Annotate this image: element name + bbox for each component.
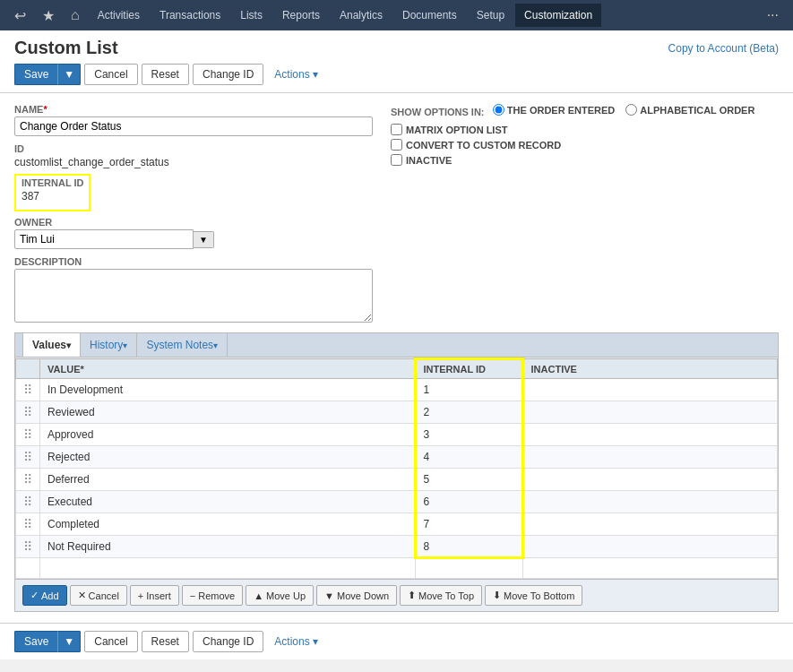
bottom-save-button[interactable]: Save bbox=[14, 631, 57, 652]
value-cell: Rejected bbox=[40, 446, 416, 469]
owner-dropdown-button[interactable]: ▼ bbox=[194, 231, 214, 248]
owner-wrapper: Tim Lui ▼ bbox=[14, 229, 373, 249]
star-icon[interactable]: ★ bbox=[35, 4, 62, 28]
bottom-reset-button[interactable]: Reset bbox=[142, 631, 189, 652]
bottom-save-split: Save ▼ bbox=[14, 631, 81, 652]
internal-id-box: INTERNAL ID 387 bbox=[14, 174, 91, 211]
bottom-change-id-button[interactable]: Change ID bbox=[193, 631, 263, 652]
drag-handle-icon[interactable]: ⠿ bbox=[23, 427, 32, 442]
move-to-top-button[interactable]: ⬆ Move To Top bbox=[400, 585, 482, 606]
checkbox-matrix[interactable]: MATRIX OPTION LIST bbox=[391, 124, 779, 135]
table-row: ⠿ Executed 6 bbox=[16, 491, 778, 513]
down-icon: ▼ bbox=[324, 590, 334, 601]
back-icon[interactable]: ↩ bbox=[7, 4, 33, 28]
tab-history[interactable]: History▾ bbox=[81, 333, 137, 357]
drag-handle-icon[interactable]: ⠿ bbox=[23, 383, 32, 397]
table-row: ⠿ Deferred 5 bbox=[16, 469, 778, 491]
insert-button[interactable]: + Insert bbox=[130, 585, 179, 606]
remove-icon: − bbox=[190, 590, 195, 601]
table-cancel-button[interactable]: ✕ Cancel bbox=[70, 585, 127, 606]
owner-label: OWNER bbox=[14, 217, 373, 228]
nav-reports[interactable]: Reports bbox=[273, 4, 329, 27]
bottom-cancel-button[interactable]: Cancel bbox=[84, 631, 137, 652]
bottom-actions-button[interactable]: Actions ▾ bbox=[267, 632, 325, 651]
move-up-button[interactable]: ▲ Move Up bbox=[246, 585, 314, 606]
table-row: ⠿ Completed 7 bbox=[16, 513, 778, 536]
drag-handle-cell: ⠿ bbox=[16, 379, 40, 401]
internal-id-cell: 6 bbox=[415, 491, 522, 513]
description-label: DESCRIPTION bbox=[14, 256, 373, 267]
radio-group: THE ORDER ENTERED ALPHABETICAL ORDER bbox=[493, 104, 755, 116]
insert-icon: + bbox=[138, 590, 143, 601]
plus-icon: ✓ bbox=[30, 590, 39, 601]
drag-handle-icon[interactable]: ⠿ bbox=[23, 495, 32, 509]
internal-id-cell: 7 bbox=[415, 513, 522, 536]
form-left: NAME* ID customlist_change_order_status … bbox=[14, 104, 373, 325]
drag-handle-icon[interactable]: ⠿ bbox=[23, 539, 32, 554]
remove-button[interactable]: − Remove bbox=[182, 585, 243, 606]
nav-transactions[interactable]: Transactions bbox=[151, 4, 229, 27]
x-icon: ✕ bbox=[78, 590, 86, 601]
change-id-button[interactable]: Change ID bbox=[193, 64, 263, 85]
nav-more-icon[interactable]: ··· bbox=[760, 4, 786, 27]
drag-handle-cell: ⠿ bbox=[16, 469, 40, 491]
empty-row bbox=[16, 558, 778, 579]
add-button[interactable]: ✓ Add bbox=[22, 585, 67, 606]
drag-handle-icon[interactable]: ⠿ bbox=[23, 517, 32, 531]
table-body: ⠿ In Development 1 ⠿ Reviewed 2 ⠿ Approv… bbox=[16, 379, 778, 579]
tab-system-notes[interactable]: System Notes▾ bbox=[137, 333, 228, 357]
nav-documents[interactable]: Documents bbox=[393, 4, 466, 27]
table-row: ⠿ Approved 3 bbox=[16, 424, 778, 446]
show-options-section: SHOW OPTIONS IN: THE ORDER ENTERED ALPHA… bbox=[391, 104, 779, 118]
internal-id-cell: 5 bbox=[415, 469, 522, 491]
nav-activities[interactable]: Activities bbox=[89, 4, 149, 27]
radio-order-entered[interactable]: THE ORDER ENTERED bbox=[493, 104, 615, 116]
bottom-toolbar: ✓ Add ✕ Cancel + Insert − Remove ▲ Move … bbox=[15, 579, 778, 611]
nav-customization[interactable]: Customization bbox=[515, 4, 601, 27]
move-to-bottom-button[interactable]: ⬇ Move To Bottom bbox=[485, 585, 582, 606]
drag-handle-icon[interactable]: ⠿ bbox=[23, 450, 32, 464]
inactive-cell bbox=[522, 513, 777, 536]
id-value: customlist_change_order_status bbox=[14, 156, 373, 168]
reset-button[interactable]: Reset bbox=[142, 64, 189, 85]
values-table: VALUE* INTERNAL ID INACTIVE ⠿ In Develop… bbox=[15, 358, 778, 579]
actions-button[interactable]: Actions ▾ bbox=[267, 65, 325, 84]
nav-lists[interactable]: Lists bbox=[231, 4, 272, 27]
inactive-cell bbox=[522, 491, 777, 513]
drag-handle-icon[interactable]: ⠿ bbox=[23, 472, 32, 487]
save-dropdown-button[interactable]: ▼ bbox=[57, 64, 81, 85]
copy-to-account-link[interactable]: Copy to Account (Beta) bbox=[668, 42, 779, 55]
bottom-bar: Save ▼ Cancel Reset Change ID Actions ▾ bbox=[0, 623, 793, 659]
col-value-header: VALUE* bbox=[40, 359, 416, 379]
top-navigation: ↩ ★ ⌂ Activities Transactions Lists Repo… bbox=[0, 0, 793, 30]
checkbox-convert[interactable]: CONVERT TO CUSTOM RECORD bbox=[391, 139, 779, 151]
drag-handle-cell: ⠿ bbox=[16, 424, 40, 446]
internal-id-value: 387 bbox=[22, 190, 83, 202]
nav-setup[interactable]: Setup bbox=[468, 4, 513, 27]
radio-alpha[interactable]: ALPHABETICAL ORDER bbox=[625, 104, 754, 116]
name-input[interactable] bbox=[14, 116, 373, 136]
col-drag-header bbox=[16, 359, 40, 379]
nav-analytics[interactable]: Analytics bbox=[331, 4, 392, 27]
inactive-cell bbox=[522, 379, 777, 401]
value-cell: Not Required bbox=[40, 536, 416, 558]
move-down-button[interactable]: ▼ Move Down bbox=[316, 585, 397, 606]
cancel-button[interactable]: Cancel bbox=[84, 64, 137, 85]
bottom-save-dropdown[interactable]: ▼ bbox=[57, 631, 81, 652]
internal-id-cell: 1 bbox=[415, 379, 522, 401]
main-content: NAME* ID customlist_change_order_status … bbox=[0, 93, 793, 623]
show-options-label: SHOW OPTIONS IN: bbox=[391, 107, 485, 117]
inactive-cell bbox=[522, 536, 777, 558]
description-textarea[interactable] bbox=[14, 269, 373, 323]
save-button[interactable]: Save bbox=[14, 64, 57, 85]
owner-select[interactable]: Tim Lui bbox=[14, 229, 194, 249]
up-icon: ▲ bbox=[254, 590, 263, 601]
page-header: Custom List Copy to Account (Beta) Save … bbox=[0, 30, 793, 93]
tab-values[interactable]: Values▾ bbox=[22, 333, 81, 357]
checkbox-inactive[interactable]: INACTIVE bbox=[391, 154, 779, 166]
tabs-header: Values▾ History▾ System Notes▾ bbox=[15, 333, 778, 358]
home-icon[interactable]: ⌂ bbox=[64, 4, 87, 27]
top-toolbar: Save ▼ Cancel Reset Change ID Actions ▾ bbox=[14, 64, 779, 92]
drag-handle-icon[interactable]: ⠿ bbox=[23, 405, 32, 419]
internal-id-cell: 2 bbox=[415, 401, 522, 424]
